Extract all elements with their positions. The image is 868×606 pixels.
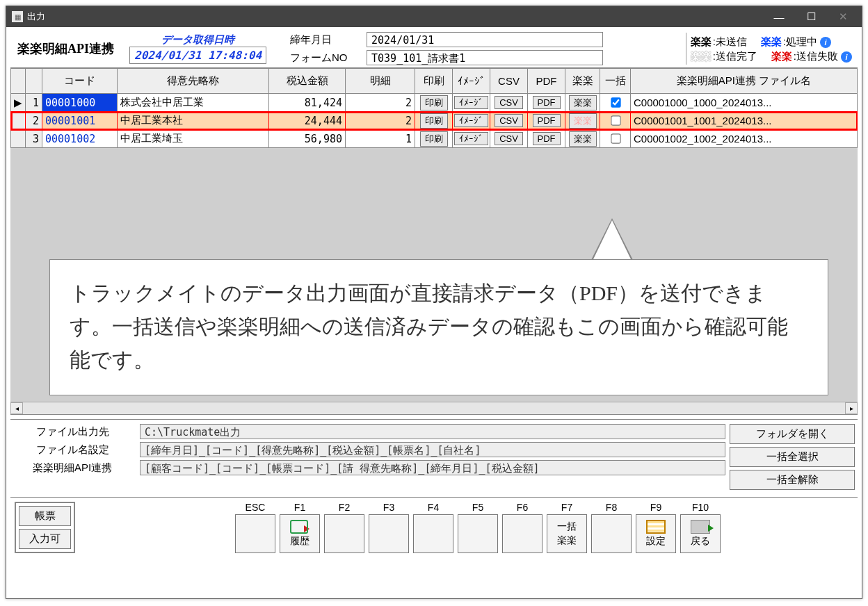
row-indicator: ▶: [11, 94, 26, 112]
image-button[interactable]: ｲﾒｰｼﾞ: [454, 114, 488, 127]
col-detail[interactable]: 明細: [346, 69, 415, 94]
fk-f7-text1: 一括: [557, 521, 577, 533]
minimize-button[interactable]: —: [763, 6, 795, 27]
col-name[interactable]: 得意先略称: [118, 69, 269, 94]
cell-print[interactable]: 印刷: [415, 130, 453, 148]
col-batch[interactable]: 一括: [600, 69, 631, 94]
fk-f2-button[interactable]: [324, 514, 364, 553]
data-datetime-value: 2024/01/31 17:48:04: [129, 47, 266, 64]
pdf-button[interactable]: PDF: [533, 114, 561, 127]
batch-checkbox[interactable]: [611, 133, 620, 143]
col-filename[interactable]: 楽楽明細API連携 ファイル名: [631, 69, 858, 94]
fk-esc-button[interactable]: [235, 514, 275, 553]
grid-h-scrollbar[interactable]: ◂ ▸: [10, 402, 858, 414]
cell-code[interactable]: 00001002: [42, 130, 118, 148]
rakuraku-button[interactable]: 楽楽: [569, 95, 597, 110]
csv-button[interactable]: CSV: [495, 132, 523, 145]
cell-detail: 2: [346, 112, 415, 130]
col-code[interactable]: コード: [42, 69, 118, 94]
fk-f9-label: F9: [650, 502, 661, 513]
settings-panel: ファイル出力先 C:\Truckmate出力 ファイル名設定 [締年月日]_[コ…: [10, 419, 858, 493]
cell-pdf[interactable]: PDF: [528, 130, 565, 148]
cell-image[interactable]: ｲﾒｰｼﾞ: [453, 112, 490, 130]
data-grid[interactable]: コード 得意先略称 税込金額 明細 印刷 ｲﾒｰｼﾞ CSV PDF 楽楽 一括…: [10, 68, 858, 148]
output-path-value[interactable]: C:\Truckmate出力: [140, 424, 725, 439]
select-all-button[interactable]: 一括全選択: [730, 447, 855, 467]
cell-batch[interactable]: [600, 112, 631, 130]
cell-code[interactable]: 00001000: [42, 94, 118, 112]
api-link-value[interactable]: [顧客コード]_[コード]_[帳票コード]_[請 得意先略称]_[締年月日]_[…: [140, 460, 725, 475]
cell-batch[interactable]: [600, 94, 631, 112]
callout-pointer: [591, 218, 633, 260]
table-row[interactable]: 200001001中居工業本社24,4442印刷ｲﾒｰｼﾞCSVPDF楽楽C00…: [11, 112, 858, 130]
info-icon[interactable]: i: [841, 51, 852, 63]
cell-pdf[interactable]: PDF: [528, 112, 565, 130]
callout-box: トラックメイトのデータ出力画面が直接請求データ（PDF）を送付できます。一括送信…: [49, 259, 828, 395]
image-button[interactable]: ｲﾒｰｼﾞ: [454, 96, 488, 109]
batch-checkbox[interactable]: [611, 115, 620, 125]
fk-f8-button[interactable]: [591, 514, 632, 553]
print-button[interactable]: 印刷: [420, 131, 448, 147]
legend-fail-key: 楽楽: [771, 50, 792, 63]
window-title: 出力: [27, 10, 763, 23]
cell-pdf[interactable]: PDF: [528, 94, 565, 112]
col-print[interactable]: 印刷: [415, 69, 453, 94]
cell-rakuraku[interactable]: 楽楽: [565, 94, 600, 112]
col-pdf[interactable]: PDF: [528, 69, 565, 94]
close-button[interactable]: ✕: [827, 6, 859, 27]
cell-filename: C00001001_1001_2024013...: [631, 112, 858, 130]
batch-checkbox[interactable]: [611, 97, 620, 107]
cell-csv[interactable]: CSV: [490, 130, 528, 148]
pdf-button[interactable]: PDF: [533, 132, 561, 145]
image-button[interactable]: ｲﾒｰｼﾞ: [454, 132, 488, 145]
titlebar: ▦ 出力 — ☐ ✕: [6, 6, 862, 27]
cell-csv[interactable]: CSV: [490, 112, 528, 130]
data-grid-container: コード 得意先略称 税込金額 明細 印刷 ｲﾒｰｼﾞ CSV PDF 楽楽 一括…: [10, 67, 858, 415]
cell-print[interactable]: 印刷: [415, 112, 453, 130]
fk-f4-button[interactable]: [413, 514, 453, 553]
cell-csv[interactable]: CSV: [490, 94, 528, 112]
col-rakuraku[interactable]: 楽楽: [565, 69, 600, 94]
cell-image[interactable]: ｲﾒｰｼﾞ: [453, 130, 490, 148]
cell-rakuraku[interactable]: 楽楽: [565, 130, 600, 148]
csv-button[interactable]: CSV: [495, 114, 523, 127]
filename-pattern-value[interactable]: [締年月日]_[コード]_[得意先略称]_[税込金額]_[帳票名]_[自社名]: [140, 442, 725, 457]
cell-print[interactable]: 印刷: [415, 94, 453, 112]
cell-code[interactable]: 00001001: [42, 112, 118, 130]
fk-f3-button[interactable]: [369, 514, 409, 553]
deselect-all-button[interactable]: 一括全解除: [730, 470, 855, 490]
pdf-button[interactable]: PDF: [533, 96, 561, 109]
cell-rakuraku[interactable]: 楽楽: [565, 112, 600, 130]
legend-fail: :送信失敗: [794, 50, 838, 63]
rakuraku-button[interactable]: 楽楽: [569, 131, 597, 147]
col-csv[interactable]: CSV: [490, 69, 528, 94]
fk-f1-button[interactable]: 履歴: [280, 514, 320, 553]
cell-batch[interactable]: [600, 130, 631, 148]
open-folder-button[interactable]: フォルダを開く: [730, 424, 855, 444]
fk-f7-button[interactable]: 一括 楽楽: [547, 514, 587, 553]
maximize-button[interactable]: ☐: [795, 6, 827, 27]
fk-f2-label: F2: [339, 502, 350, 513]
rakuraku-button[interactable]: 楽楽: [569, 113, 597, 129]
app-icon: ▦: [12, 11, 23, 22]
csv-button[interactable]: CSV: [495, 96, 523, 109]
col-image[interactable]: ｲﾒｰｼﾞ: [453, 69, 490, 94]
fk-f10-button[interactable]: 戻る: [680, 514, 721, 553]
editable-button[interactable]: 入力可: [19, 529, 71, 549]
col-amount[interactable]: 税込金額: [269, 69, 346, 94]
legend-done: :送信完了: [713, 50, 757, 63]
scroll-track[interactable]: [23, 402, 845, 414]
fk-f9-button[interactable]: 設定: [636, 514, 676, 553]
scroll-right-arrow[interactable]: ▸: [845, 402, 858, 414]
print-button[interactable]: 印刷: [420, 113, 448, 129]
cell-image[interactable]: ｲﾒｰｼﾞ: [453, 94, 490, 112]
fk-f6-button[interactable]: [502, 514, 542, 553]
fk-f5-button[interactable]: [458, 514, 498, 553]
info-icon[interactable]: i: [820, 37, 831, 48]
table-row[interactable]: ▶100001000株式会社中居工業81,4242印刷ｲﾒｰｼﾞCSVPDF楽楽…: [11, 94, 858, 112]
report-button[interactable]: 帳票: [19, 506, 71, 526]
print-button[interactable]: 印刷: [420, 95, 448, 110]
table-row[interactable]: 300001002中居工業埼玉56,9801印刷ｲﾒｰｼﾞCSVPDF楽楽C00…: [11, 130, 858, 148]
scroll-left-arrow[interactable]: ◂: [10, 402, 23, 414]
fk-esc-label: ESC: [246, 502, 266, 513]
